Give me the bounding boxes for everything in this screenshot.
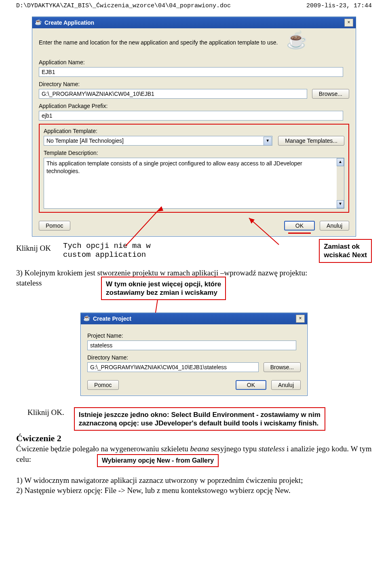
- ok-underline-annotation: [288, 231, 311, 234]
- ok-button[interactable]: OK: [236, 380, 266, 390]
- manage-templates-button[interactable]: Manage Templates...: [278, 136, 344, 146]
- template-select[interactable]: No Template [All Technologies] ▼: [44, 136, 272, 146]
- template-select-value: No Template [All Technologies]: [44, 136, 272, 146]
- click-ok-text: Kliknij OK: [16, 241, 51, 254]
- anuluj-button[interactable]: Anuluj: [320, 221, 349, 231]
- arrow-tych: [121, 204, 170, 249]
- template-label: Application Template:: [44, 128, 344, 134]
- pkg-label: Application Package Prefix:: [39, 103, 349, 109]
- coffee-icon: [83, 315, 91, 322]
- browse-button[interactable]: Browse...: [312, 89, 349, 99]
- proj-name-input[interactable]: [87, 341, 296, 350]
- zamiast-annotation: Zamiast ok wciskać Next: [319, 239, 372, 263]
- tych-annot-line2: custom application: [63, 250, 151, 259]
- dialog-title-text: Create Project: [93, 315, 293, 322]
- dir-input[interactable]: [39, 89, 307, 99]
- scroll-up-icon[interactable]: ▲: [337, 158, 344, 166]
- istnieje-annotation: Istnieje jeszcze jedno okno: Select Buil…: [74, 407, 325, 431]
- svg-line-0: [125, 207, 162, 246]
- app-name-input[interactable]: [39, 67, 343, 77]
- create-application-dialog: Create Application × Enter the name and …: [32, 17, 356, 237]
- cw2-para: Ćwiczenie będzie polegało na wygenerowan…: [16, 444, 372, 464]
- anuluj-button[interactable]: Anuluj: [271, 380, 301, 390]
- app-name-label: Application Name:: [39, 59, 349, 66]
- scrollbar[interactable]: ▲ ▼: [337, 158, 344, 208]
- create-project-dialog: Create Project × Project Name: Directory…: [80, 313, 308, 396]
- proj-name-label: Project Name:: [87, 332, 301, 339]
- arrow-zamiast: [247, 216, 283, 249]
- pomoc-button[interactable]: Pomoc: [87, 380, 119, 390]
- desc-label: Template Description:: [44, 150, 344, 156]
- wiecej-annotation: W tym oknie jest więcej opcji, które zos…: [101, 277, 226, 300]
- proj-dir-input[interactable]: [87, 362, 259, 372]
- wybieramy-annotation: Wybieramy opcję New - from Gallery: [97, 454, 219, 467]
- intro-text: Enter the name and location for the new …: [39, 39, 278, 47]
- browse-button[interactable]: Browse...: [264, 362, 301, 372]
- template-highlight-box: Application Template: No Template [All T…: [39, 124, 349, 213]
- scroll-down-icon[interactable]: ▼: [337, 200, 344, 208]
- chevron-down-icon[interactable]: ▼: [264, 137, 272, 146]
- close-icon[interactable]: ×: [344, 19, 353, 27]
- doc-timestamp: 2009-lis-23, 17:44: [306, 2, 372, 9]
- cw2-step2: 2) Następnie wybierz opcję: File -> New,…: [16, 485, 372, 496]
- ok-button[interactable]: OK: [284, 221, 315, 231]
- svg-line-2: [249, 218, 279, 245]
- pkg-input[interactable]: [39, 111, 343, 121]
- desc-textarea[interactable]: This application template consists of a …: [44, 158, 344, 209]
- cw2-heading: Ćwiczenie 2: [16, 433, 372, 444]
- dir-label: Directory Name:: [39, 81, 349, 87]
- doc-path: D:\DYDAKTYKA\ZAI_BIS\_Ćwiczenia_wzorce\0…: [16, 2, 231, 9]
- cw2-step1: 1) W widocznym nawigatorze aplikacji zaz…: [16, 475, 372, 486]
- coffee-icon: [35, 19, 42, 26]
- dialog-title-text: Create Application: [44, 19, 342, 26]
- coffee-big-icon: [286, 32, 310, 53]
- proj-dir-label: Directory Name:: [87, 354, 301, 361]
- close-icon[interactable]: ×: [296, 315, 305, 323]
- click-ok2-text: Kliknij OK.: [27, 407, 64, 418]
- pomoc-button[interactable]: Pomoc: [39, 221, 70, 231]
